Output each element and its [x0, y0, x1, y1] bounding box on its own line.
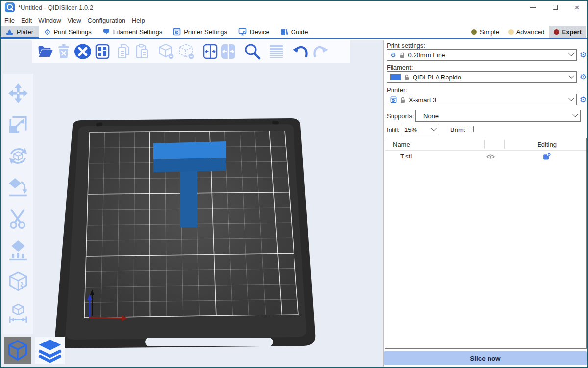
tab-printer-settings[interactable]: Printer Settings: [168, 26, 233, 38]
brim-checkbox[interactable]: [467, 126, 474, 132]
printer-icon: [173, 28, 181, 36]
rotate-icon: [7, 145, 29, 167]
scale-button[interactable]: [6, 109, 30, 140]
close-button[interactable]: ×: [566, 0, 588, 15]
remove-instance-button[interactable]: [178, 42, 195, 61]
maximize-icon: [553, 5, 558, 10]
tab-print-settings[interactable]: ⚙ Print Settings: [39, 26, 97, 38]
3d-editor-view-icon: [6, 339, 29, 362]
tab-device[interactable]: Device: [233, 26, 275, 38]
supports-value: None: [418, 112, 439, 120]
column-divider: [484, 140, 485, 149]
print-settings-label: Print settings:: [387, 42, 425, 49]
split-parts-button[interactable]: [221, 42, 236, 61]
move-button[interactable]: [6, 78, 30, 109]
tab-plater[interactable]: Plater: [0, 26, 39, 38]
delete-button[interactable]: [57, 42, 71, 61]
mode-expert[interactable]: Expert: [549, 26, 586, 38]
arrange-icon: [95, 44, 110, 59]
minimize-icon: [530, 7, 536, 8]
add-instance-icon: [158, 43, 174, 60]
3d-editor-view-button[interactable]: [4, 337, 31, 364]
paint-supports-button[interactable]: [6, 235, 30, 266]
minimize-button[interactable]: [522, 0, 544, 15]
infill-select[interactable]: 15%: [401, 124, 439, 135]
menu-file[interactable]: File: [4, 17, 15, 24]
view-mode-toggles: [4, 337, 65, 364]
chevron-down-icon: [568, 96, 574, 101]
plater-icon: [5, 28, 14, 36]
move-icon: [8, 83, 28, 104]
preview-layers-button[interactable]: [35, 337, 65, 364]
advanced-mode-dot-icon: [508, 29, 514, 35]
object-editing-button[interactable]: [543, 152, 551, 162]
place-on-face-button[interactable]: [6, 172, 30, 203]
copy-icon: [117, 44, 131, 59]
tab-filament-settings[interactable]: Filament Settings: [97, 26, 168, 38]
menu-view[interactable]: View: [68, 17, 81, 24]
variable-layer-height-button[interactable]: [269, 42, 284, 61]
visibility-eye-button[interactable]: [486, 154, 495, 161]
supports-label: Supports:: [387, 112, 414, 120]
supports-select[interactable]: None: [415, 110, 581, 122]
menu-configuration[interactable]: Configuration: [88, 17, 125, 24]
window-title: *Untitled - QIDISlicer-1.0.2: [18, 4, 93, 11]
tab-guide[interactable]: Guide: [275, 26, 314, 38]
infill-value: 15%: [404, 126, 417, 133]
search-button[interactable]: [244, 42, 261, 61]
maximize-button[interactable]: [544, 0, 566, 15]
open-project-button[interactable]: [37, 42, 53, 61]
3d-viewport[interactable]: [0, 40, 383, 367]
slice-now-button[interactable]: Slice now: [384, 351, 587, 365]
copy-button[interactable]: [117, 42, 131, 61]
menu-help[interactable]: Help: [132, 17, 145, 24]
redo-button[interactable]: [312, 42, 329, 61]
chevron-down-icon: [431, 126, 436, 131]
filament-icon: [102, 28, 110, 36]
chevron-down-icon: [568, 73, 574, 79]
scale-icon: [8, 114, 28, 135]
menu-edit[interactable]: Edit: [21, 17, 32, 24]
settings-panel: Print settings: ⚙ 0.20mm Fine ⚙ Filament…: [383, 40, 588, 367]
open-project-icon: [37, 45, 53, 58]
rotate-button[interactable]: [6, 140, 30, 172]
print-settings-select[interactable]: ⚙ 0.20mm Fine: [387, 49, 577, 61]
printer-icon: [390, 96, 397, 103]
paste-button[interactable]: [135, 42, 149, 61]
tab-label: Filament Settings: [113, 28, 162, 36]
undo-button[interactable]: [292, 42, 309, 61]
menu-bar: File Edit Window View Configuration Help: [0, 15, 588, 26]
object-name: T.stl: [400, 153, 412, 160]
gizmo-toolbar: [3, 74, 33, 334]
preview-layers-icon: [37, 338, 63, 363]
add-instance-button[interactable]: [158, 42, 174, 61]
column-editing: Editing: [522, 141, 571, 148]
simple-mode-dot-icon: [471, 29, 477, 35]
arrange-button[interactable]: [95, 42, 110, 61]
seam-button[interactable]: [6, 266, 30, 297]
measure-icon: [8, 303, 28, 323]
split-objects-button[interactable]: [203, 42, 218, 61]
filament-select[interactable]: QIDI PLA Rapido: [387, 71, 577, 83]
app-window: *Untitled - QIDISlicer-1.0.2 × File Edit…: [0, 0, 588, 368]
delete-all-button[interactable]: [74, 42, 92, 61]
mode-advanced[interactable]: Advanced: [504, 26, 549, 38]
cut-icon: [8, 209, 28, 229]
menu-window[interactable]: Window: [38, 17, 61, 24]
redo-icon: [312, 44, 329, 59]
tab-label: Plater: [17, 28, 33, 36]
mode-label: Expert: [562, 28, 582, 36]
printer-select[interactable]: X-smart 3: [387, 94, 577, 105]
filament-color-swatch: [390, 74, 401, 80]
lock-icon: [404, 74, 409, 80]
filament-label: Filament:: [387, 64, 413, 71]
cut-button[interactable]: [6, 203, 30, 235]
measure-button[interactable]: [6, 297, 30, 329]
mode-simple[interactable]: Simple: [467, 26, 504, 38]
edit-print-settings-button[interactable]: ⚙: [579, 51, 588, 59]
plater-toolbar: [32, 40, 350, 63]
tab-label: Guide: [291, 28, 308, 36]
edit-printer-button[interactable]: ⚙: [579, 95, 588, 104]
object-row-t-stl[interactable]: T.stl: [385, 151, 586, 162]
edit-filament-button[interactable]: ⚙: [579, 73, 588, 81]
